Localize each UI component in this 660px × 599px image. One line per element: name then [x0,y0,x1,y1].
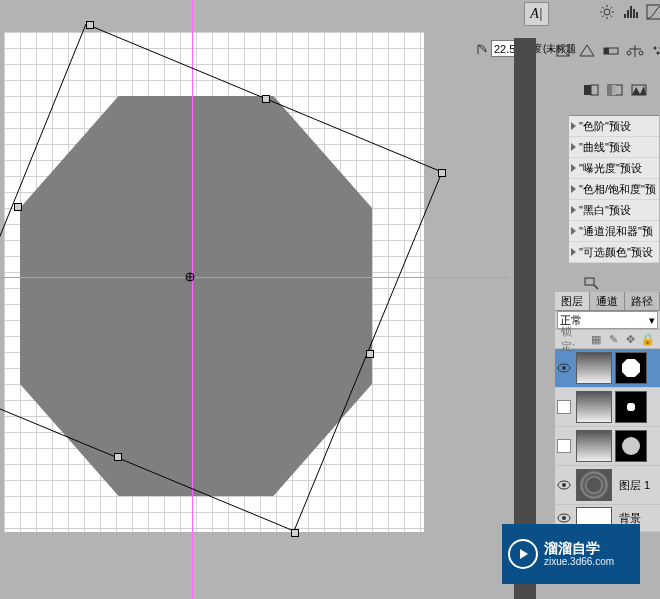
preset-bw[interactable]: "黑白"预设 [569,200,659,221]
svg-rect-10 [627,10,629,18]
transform-handle[interactable] [438,169,446,177]
lock-pixels-icon[interactable]: ✎ [608,333,619,345]
svg-rect-28 [591,85,598,95]
adjustment-icons-row1 [598,4,660,20]
threshold-icon[interactable] [630,82,648,98]
vibrance-icon[interactable] [578,43,596,59]
layer-row[interactable] [555,427,660,466]
visibility-checkbox[interactable] [557,439,571,453]
levels-icon[interactable] [622,4,640,20]
transform-handle[interactable] [366,350,374,358]
layers-panel: 图层 通道 路径 正常 ▾ 锁定: ▦ ✎ ✥ 🔒 [555,292,660,532]
transform-handle[interactable] [86,21,94,29]
disclosure-triangle-icon [571,185,576,193]
svg-point-22 [639,51,643,55]
adjustment-icons-row2 [554,43,660,59]
vertical-guide[interactable] [192,0,193,599]
transform-handle[interactable] [291,529,299,537]
svg-rect-31 [612,85,616,95]
svg-line-6 [611,16,613,18]
svg-line-7 [602,16,604,18]
visibility-checkbox[interactable] [557,400,571,414]
svg-rect-18 [604,48,609,54]
preset-levels[interactable]: "色阶"预设 [569,116,659,137]
disclosure-triangle-icon [571,164,576,172]
layers-list: 图层 1 背景 [555,349,660,532]
horizontal-guide[interactable] [0,277,510,278]
layer-thumbnail[interactable] [576,430,612,462]
preset-selectivecolor[interactable]: "可选颜色"预设 [569,242,659,263]
lock-all-icon[interactable]: 🔒 [642,333,654,345]
curves-icon[interactable] [646,4,660,20]
layer-thumbnail[interactable] [576,391,612,423]
watermark-url: zixue.3d66.com [544,556,614,568]
svg-rect-30 [608,85,612,95]
gradient-map-icon[interactable] [602,43,620,59]
tab-layers[interactable]: 图层 [555,292,590,310]
type-tool-button[interactable]: A| [524,2,549,26]
zoom-indicator-icon[interactable] [582,275,600,291]
watermark-title: 溜溜自学 [544,540,614,557]
svg-point-45 [562,483,566,487]
preset-label: "可选颜色"预设 [579,245,653,260]
posterize-icon[interactable] [606,82,624,98]
disclosure-triangle-icon [571,143,576,151]
preset-curves[interactable]: "曲线"预设 [569,137,659,158]
tab-paths[interactable]: 路径 [625,292,660,310]
exposure-icon[interactable] [554,43,572,59]
layer-row[interactable] [555,388,660,427]
invert-icon[interactable] [582,82,600,98]
lock-label: 锁定: [561,324,584,354]
disclosure-triangle-icon [571,227,576,235]
svg-rect-13 [636,12,638,18]
lock-position-icon[interactable]: ✥ [625,333,636,345]
disclosure-triangle-icon [571,248,576,256]
preset-label: "色相/饱和度"预 [579,182,656,197]
svg-point-21 [627,51,631,55]
tab-channels[interactable]: 通道 [590,292,625,310]
layer-thumbnail[interactable] [576,352,612,384]
svg-point-25 [657,52,660,55]
layer-name[interactable]: 图层 1 [619,478,650,493]
transform-handle[interactable] [262,95,270,103]
preset-panel: "色阶"预设 "曲线"预设 "曝光度"预设 "色相/饱和度"预 "黑白"预设 "… [569,115,659,263]
eye-icon[interactable] [557,513,571,523]
preset-exposure[interactable]: "曝光度"预设 [569,158,659,179]
octagon-shape[interactable] [20,96,372,496]
halftone-icon[interactable] [650,43,660,59]
lock-transparency-icon[interactable]: ▦ [590,333,601,345]
svg-rect-9 [624,14,626,18]
document-canvas[interactable] [4,32,424,532]
svg-rect-27 [584,85,591,95]
svg-rect-11 [630,6,632,18]
svg-line-34 [594,285,598,289]
svg-point-47 [562,516,566,520]
preset-label: "色阶"预设 [579,119,631,134]
layer-row[interactable] [555,349,660,388]
lock-row: 锁定: ▦ ✎ ✥ 🔒 [555,330,660,349]
layer-row[interactable]: 图层 1 [555,466,660,505]
disclosure-triangle-icon [571,206,576,214]
rotate-angle-icon [475,41,491,57]
eye-icon[interactable] [557,363,571,373]
brightness-icon[interactable] [598,4,616,20]
balance-icon[interactable] [626,43,644,59]
preset-label: "通道混和器"预 [579,224,653,239]
preset-label: "曲线"预设 [579,140,631,155]
layer-mask-thumbnail[interactable] [615,430,647,462]
svg-rect-12 [633,9,635,18]
preset-hue[interactable]: "色相/饱和度"预 [569,179,659,200]
adjustment-icons-row3 [582,82,648,98]
layer-mask-thumbnail[interactable] [615,352,647,384]
svg-line-5 [602,7,604,9]
layer-thumbnail[interactable] [576,469,612,501]
preset-channelmixer[interactable]: "通道混和器"预 [569,221,659,242]
layer-mask-thumbnail[interactable] [615,391,647,423]
svg-point-0 [604,9,610,15]
transform-handle[interactable] [114,453,122,461]
transform-handle[interactable] [14,203,22,211]
disclosure-triangle-icon [571,122,576,130]
preset-label: "黑白"预设 [579,203,631,218]
eye-icon[interactable] [557,480,571,490]
type-tool-icon: A| [530,6,542,22]
